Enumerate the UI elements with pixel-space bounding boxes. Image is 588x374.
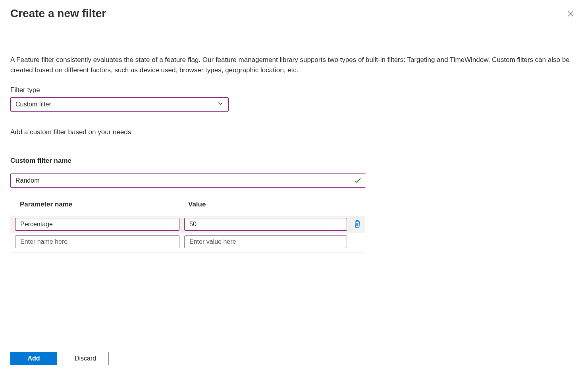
chevron-down-icon <box>217 100 224 108</box>
param-name-input[interactable] <box>15 218 179 231</box>
close-icon <box>567 10 574 19</box>
trash-icon <box>354 220 361 229</box>
param-value-input[interactable] <box>184 218 347 231</box>
custom-filter-name-input[interactable] <box>10 174 365 188</box>
param-row-empty <box>10 233 365 251</box>
filter-type-select[interactable]: Custom filter <box>10 97 229 112</box>
filter-type-label: Filter type <box>10 86 578 94</box>
discard-button[interactable]: Discard <box>62 352 109 365</box>
helper-text: Add a custom filter based on your needs <box>10 128 578 136</box>
add-button[interactable]: Add <box>10 352 57 365</box>
param-name-header: Parameter name <box>20 200 188 208</box>
description-text: A Feature filter consistently evaluates … <box>10 55 578 75</box>
close-button[interactable] <box>566 10 575 19</box>
delete-param-button[interactable] <box>352 219 363 230</box>
footer: Add Discard <box>0 343 588 374</box>
page-title: Create a new filter <box>10 7 106 20</box>
param-row <box>10 216 365 233</box>
param-value-input-empty[interactable] <box>184 235 347 248</box>
param-value-header: Value <box>188 200 206 208</box>
filter-type-value: Custom filter <box>15 101 51 108</box>
checkmark-icon <box>354 177 361 184</box>
custom-filter-name-label: Custom filter name <box>10 157 578 165</box>
divider <box>10 252 365 253</box>
param-name-input-empty[interactable] <box>15 235 179 248</box>
